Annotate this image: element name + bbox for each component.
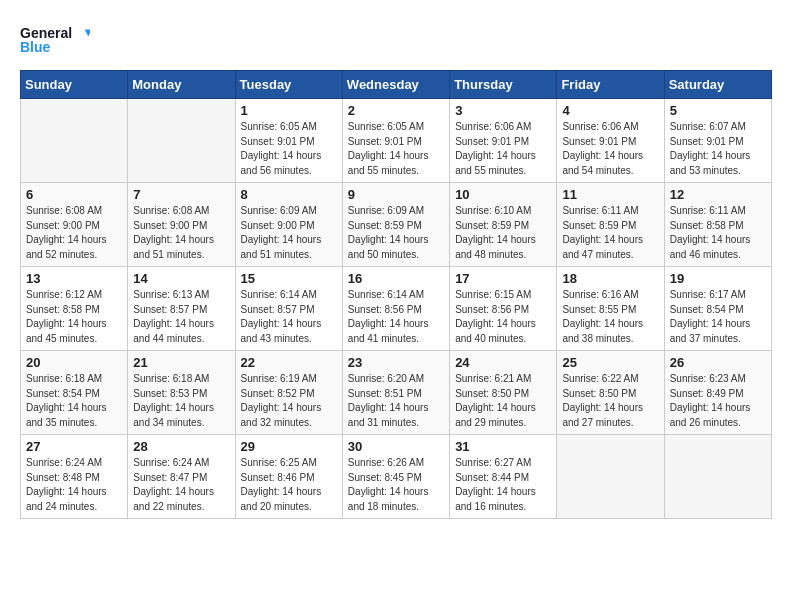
- calendar-cell: 18Sunrise: 6:16 AM Sunset: 8:55 PM Dayli…: [557, 267, 664, 351]
- day-info: Sunrise: 6:18 AM Sunset: 8:54 PM Dayligh…: [26, 372, 122, 430]
- day-info: Sunrise: 6:14 AM Sunset: 8:56 PM Dayligh…: [348, 288, 444, 346]
- day-number: 23: [348, 355, 444, 370]
- day-number: 21: [133, 355, 229, 370]
- day-number: 4: [562, 103, 658, 118]
- calendar-cell: 23Sunrise: 6:20 AM Sunset: 8:51 PM Dayli…: [342, 351, 449, 435]
- day-number: 2: [348, 103, 444, 118]
- day-info: Sunrise: 6:25 AM Sunset: 8:46 PM Dayligh…: [241, 456, 337, 514]
- day-info: Sunrise: 6:17 AM Sunset: 8:54 PM Dayligh…: [670, 288, 766, 346]
- calendar-cell: 1Sunrise: 6:05 AM Sunset: 9:01 PM Daylig…: [235, 99, 342, 183]
- calendar-cell: 25Sunrise: 6:22 AM Sunset: 8:50 PM Dayli…: [557, 351, 664, 435]
- calendar-table: SundayMondayTuesdayWednesdayThursdayFrid…: [20, 70, 772, 519]
- calendar-cell: 30Sunrise: 6:26 AM Sunset: 8:45 PM Dayli…: [342, 435, 449, 519]
- calendar-cell: 12Sunrise: 6:11 AM Sunset: 8:58 PM Dayli…: [664, 183, 771, 267]
- day-info: Sunrise: 6:13 AM Sunset: 8:57 PM Dayligh…: [133, 288, 229, 346]
- calendar-cell: 10Sunrise: 6:10 AM Sunset: 8:59 PM Dayli…: [450, 183, 557, 267]
- day-number: 24: [455, 355, 551, 370]
- calendar-cell: 2Sunrise: 6:05 AM Sunset: 9:01 PM Daylig…: [342, 99, 449, 183]
- calendar-cell: 6Sunrise: 6:08 AM Sunset: 9:00 PM Daylig…: [21, 183, 128, 267]
- day-info: Sunrise: 6:09 AM Sunset: 9:00 PM Dayligh…: [241, 204, 337, 262]
- day-number: 12: [670, 187, 766, 202]
- calendar-cell: 17Sunrise: 6:15 AM Sunset: 8:56 PM Dayli…: [450, 267, 557, 351]
- day-number: 16: [348, 271, 444, 286]
- day-info: Sunrise: 6:10 AM Sunset: 8:59 PM Dayligh…: [455, 204, 551, 262]
- day-info: Sunrise: 6:08 AM Sunset: 9:00 PM Dayligh…: [26, 204, 122, 262]
- calendar-header-tuesday: Tuesday: [235, 71, 342, 99]
- calendar-cell: 5Sunrise: 6:07 AM Sunset: 9:01 PM Daylig…: [664, 99, 771, 183]
- day-info: Sunrise: 6:15 AM Sunset: 8:56 PM Dayligh…: [455, 288, 551, 346]
- calendar-cell: 3Sunrise: 6:06 AM Sunset: 9:01 PM Daylig…: [450, 99, 557, 183]
- day-number: 15: [241, 271, 337, 286]
- calendar-cell: 26Sunrise: 6:23 AM Sunset: 8:49 PM Dayli…: [664, 351, 771, 435]
- day-info: Sunrise: 6:20 AM Sunset: 8:51 PM Dayligh…: [348, 372, 444, 430]
- calendar-cell: 14Sunrise: 6:13 AM Sunset: 8:57 PM Dayli…: [128, 267, 235, 351]
- day-number: 6: [26, 187, 122, 202]
- day-number: 28: [133, 439, 229, 454]
- calendar-week-row: 20Sunrise: 6:18 AM Sunset: 8:54 PM Dayli…: [21, 351, 772, 435]
- calendar-header-monday: Monday: [128, 71, 235, 99]
- calendar-cell: 4Sunrise: 6:06 AM Sunset: 9:01 PM Daylig…: [557, 99, 664, 183]
- day-info: Sunrise: 6:27 AM Sunset: 8:44 PM Dayligh…: [455, 456, 551, 514]
- calendar-cell: 31Sunrise: 6:27 AM Sunset: 8:44 PM Dayli…: [450, 435, 557, 519]
- calendar-cell: [664, 435, 771, 519]
- day-info: Sunrise: 6:07 AM Sunset: 9:01 PM Dayligh…: [670, 120, 766, 178]
- day-info: Sunrise: 6:06 AM Sunset: 9:01 PM Dayligh…: [455, 120, 551, 178]
- calendar-cell: 21Sunrise: 6:18 AM Sunset: 8:53 PM Dayli…: [128, 351, 235, 435]
- day-info: Sunrise: 6:14 AM Sunset: 8:57 PM Dayligh…: [241, 288, 337, 346]
- svg-marker-2: [85, 30, 90, 37]
- calendar-header-wednesday: Wednesday: [342, 71, 449, 99]
- day-number: 10: [455, 187, 551, 202]
- calendar-header-sunday: Sunday: [21, 71, 128, 99]
- day-info: Sunrise: 6:05 AM Sunset: 9:01 PM Dayligh…: [348, 120, 444, 178]
- svg-text:Blue: Blue: [20, 39, 51, 55]
- day-info: Sunrise: 6:16 AM Sunset: 8:55 PM Dayligh…: [562, 288, 658, 346]
- calendar-header-saturday: Saturday: [664, 71, 771, 99]
- day-info: Sunrise: 6:19 AM Sunset: 8:52 PM Dayligh…: [241, 372, 337, 430]
- day-info: Sunrise: 6:05 AM Sunset: 9:01 PM Dayligh…: [241, 120, 337, 178]
- day-number: 9: [348, 187, 444, 202]
- calendar-header-friday: Friday: [557, 71, 664, 99]
- calendar-cell: 28Sunrise: 6:24 AM Sunset: 8:47 PM Dayli…: [128, 435, 235, 519]
- calendar-cell: [128, 99, 235, 183]
- day-info: Sunrise: 6:24 AM Sunset: 8:47 PM Dayligh…: [133, 456, 229, 514]
- day-info: Sunrise: 6:22 AM Sunset: 8:50 PM Dayligh…: [562, 372, 658, 430]
- day-number: 31: [455, 439, 551, 454]
- day-number: 17: [455, 271, 551, 286]
- calendar-cell: 19Sunrise: 6:17 AM Sunset: 8:54 PM Dayli…: [664, 267, 771, 351]
- day-number: 8: [241, 187, 337, 202]
- calendar-week-row: 1Sunrise: 6:05 AM Sunset: 9:01 PM Daylig…: [21, 99, 772, 183]
- calendar-cell: 22Sunrise: 6:19 AM Sunset: 8:52 PM Dayli…: [235, 351, 342, 435]
- day-info: Sunrise: 6:08 AM Sunset: 9:00 PM Dayligh…: [133, 204, 229, 262]
- calendar-cell: 15Sunrise: 6:14 AM Sunset: 8:57 PM Dayli…: [235, 267, 342, 351]
- calendar-cell: 9Sunrise: 6:09 AM Sunset: 8:59 PM Daylig…: [342, 183, 449, 267]
- calendar-header-thursday: Thursday: [450, 71, 557, 99]
- day-info: Sunrise: 6:21 AM Sunset: 8:50 PM Dayligh…: [455, 372, 551, 430]
- calendar-week-row: 6Sunrise: 6:08 AM Sunset: 9:00 PM Daylig…: [21, 183, 772, 267]
- day-info: Sunrise: 6:23 AM Sunset: 8:49 PM Dayligh…: [670, 372, 766, 430]
- calendar-cell: [21, 99, 128, 183]
- day-number: 27: [26, 439, 122, 454]
- day-number: 25: [562, 355, 658, 370]
- calendar-cell: 24Sunrise: 6:21 AM Sunset: 8:50 PM Dayli…: [450, 351, 557, 435]
- calendar-cell: 8Sunrise: 6:09 AM Sunset: 9:00 PM Daylig…: [235, 183, 342, 267]
- logo: General Blue: [20, 20, 90, 60]
- day-info: Sunrise: 6:11 AM Sunset: 8:58 PM Dayligh…: [670, 204, 766, 262]
- day-number: 29: [241, 439, 337, 454]
- day-number: 1: [241, 103, 337, 118]
- day-number: 3: [455, 103, 551, 118]
- day-info: Sunrise: 6:09 AM Sunset: 8:59 PM Dayligh…: [348, 204, 444, 262]
- day-number: 20: [26, 355, 122, 370]
- day-number: 5: [670, 103, 766, 118]
- calendar-cell: 20Sunrise: 6:18 AM Sunset: 8:54 PM Dayli…: [21, 351, 128, 435]
- day-number: 30: [348, 439, 444, 454]
- day-number: 18: [562, 271, 658, 286]
- day-info: Sunrise: 6:18 AM Sunset: 8:53 PM Dayligh…: [133, 372, 229, 430]
- calendar-header-row: SundayMondayTuesdayWednesdayThursdayFrid…: [21, 71, 772, 99]
- calendar-cell: 27Sunrise: 6:24 AM Sunset: 8:48 PM Dayli…: [21, 435, 128, 519]
- calendar-cell: 13Sunrise: 6:12 AM Sunset: 8:58 PM Dayli…: [21, 267, 128, 351]
- day-number: 7: [133, 187, 229, 202]
- calendar-week-row: 27Sunrise: 6:24 AM Sunset: 8:48 PM Dayli…: [21, 435, 772, 519]
- calendar-cell: [557, 435, 664, 519]
- day-number: 14: [133, 271, 229, 286]
- day-number: 13: [26, 271, 122, 286]
